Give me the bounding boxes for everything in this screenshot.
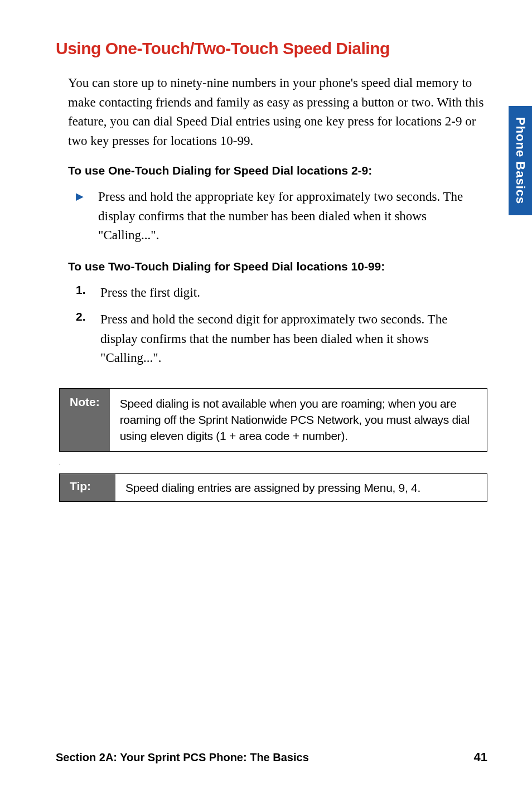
subheading-one-touch: To use One-Touch Dialing for Speed Dial … bbox=[56, 164, 487, 177]
intro-paragraph: You can store up to ninety-nine numbers … bbox=[56, 74, 487, 151]
subheading-two-touch: To use Two-Touch Dialing for Speed Dial … bbox=[56, 260, 487, 273]
tip-content: Speed dialing entries are assigned by pr… bbox=[115, 474, 431, 501]
bullet-item: ▶ Press and hold the appropriate key for… bbox=[56, 187, 487, 245]
note-content: Speed dialing is not available when you … bbox=[110, 389, 487, 451]
step-text: Press the first digit. bbox=[100, 283, 200, 303]
step-text: Press and hold the second digit for appr… bbox=[100, 310, 487, 368]
list-item: 2. Press and hold the second digit for a… bbox=[56, 310, 487, 368]
list-item: 1. Press the first digit. bbox=[56, 283, 487, 303]
page-footer: Section 2A: Your Sprint PCS Phone: The B… bbox=[56, 750, 487, 765]
step-number: 1. bbox=[76, 283, 88, 303]
separator-dot: . bbox=[56, 460, 487, 466]
note-box: Note: Speed dialing is not available whe… bbox=[59, 388, 487, 452]
step-number: 2. bbox=[76, 310, 88, 368]
page-title: Using One-Touch/Two-Touch Speed Dialing bbox=[56, 39, 487, 58]
note-label: Note: bbox=[60, 389, 110, 451]
footer-section-text: Section 2A: Your Sprint PCS Phone: The B… bbox=[56, 751, 309, 764]
bullet-text: Press and hold the appropriate key for a… bbox=[98, 187, 487, 245]
arrow-icon: ▶ bbox=[76, 190, 84, 245]
tip-label: Tip: bbox=[60, 474, 115, 501]
tip-box: Tip: Speed dialing entries are assigned … bbox=[59, 473, 487, 502]
footer-page-number: 41 bbox=[474, 750, 487, 765]
side-tab: Phone Basics bbox=[509, 106, 532, 215]
